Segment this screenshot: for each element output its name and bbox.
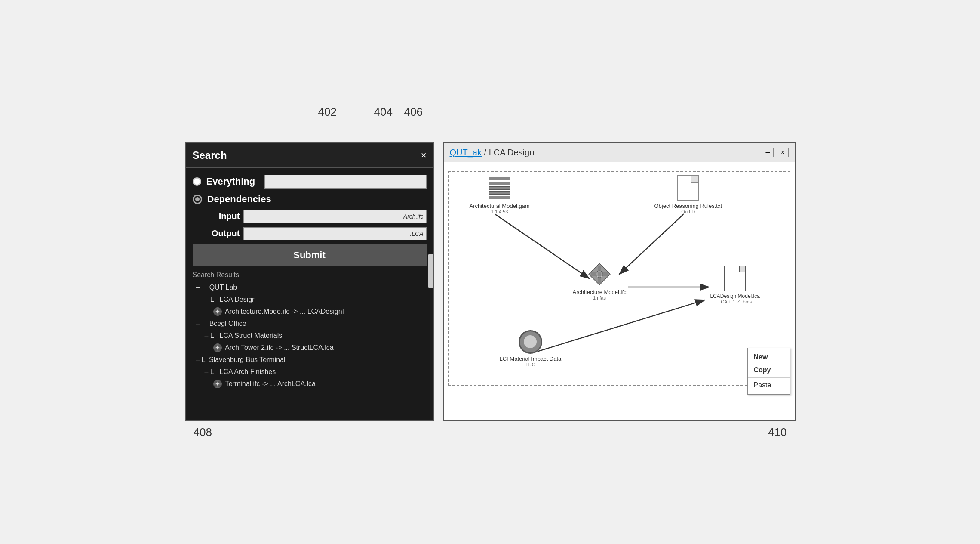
lca-design-model-sublabel: LCA + 1 v1 bms	[718, 299, 752, 304]
context-menu: New Copy Paste	[747, 348, 790, 395]
architecture-ifc-label: Architecture Model.ifc	[573, 289, 627, 295]
search-panel: Search × Everything Dependencies Input A	[185, 142, 434, 421]
svg-rect-7	[591, 272, 608, 276]
list-item: – Bcegl Office	[196, 318, 427, 329]
input-label: Input	[206, 211, 240, 221]
results-list: – QUT Lab – L LCA Design ✦ Architecture.…	[193, 282, 427, 389]
diagram-body: Architectural Model.gam 1.1 4:53 Object …	[444, 162, 795, 420]
context-menu-copy[interactable]: Copy	[748, 364, 790, 377]
dependencies-radio[interactable]	[193, 195, 202, 204]
object-reasoning-label: Object Reasoning Rules.txt	[654, 203, 722, 209]
input-field[interactable]: Arch.ifc	[243, 210, 427, 223]
scrollbar[interactable]	[428, 254, 433, 288]
everything-label: Everything	[206, 176, 255, 187]
dependencies-label: Dependencies	[207, 194, 271, 205]
input-row: Input Arch.ifc	[206, 210, 427, 223]
list-item: – L Slavenburg Bus Terminal	[196, 355, 427, 365]
diagram-panel: QUT_ak / LCA Design ─ ×	[443, 142, 796, 421]
search-title: Search	[193, 149, 227, 161]
ref-404: 404	[374, 105, 393, 119]
result-icon: ✦	[213, 343, 222, 352]
ref-402: 402	[318, 105, 337, 119]
output-label: Output	[206, 229, 240, 238]
object-reasoning-icon	[677, 175, 699, 201]
lca-design-model-icon	[724, 266, 746, 291]
architecture-ifc-node[interactable]: Architecture Model.ifc 1 nfas	[573, 261, 627, 300]
arch-model-gam-sublabel: 1.1 4:53	[491, 209, 508, 214]
arch-model-gam-label: Architectural Model.gam	[470, 203, 530, 209]
search-header: Search ×	[186, 143, 433, 168]
context-menu-new[interactable]: New	[748, 351, 790, 364]
diagram-title-link[interactable]: QUT_ak	[450, 148, 482, 157]
arch-model-gam-node[interactable]: Architectural Model.gam 1.1 4:53	[470, 175, 530, 214]
dependencies-row: Dependencies	[193, 194, 427, 205]
list-item: – L LCA Design	[196, 294, 427, 305]
lci-material-sublabel: TRC	[525, 362, 535, 367]
submit-button[interactable]: Submit	[193, 244, 427, 266]
list-item: ✦ Architecture.Mode.ifc -> ... LCADesign…	[196, 306, 427, 317]
everything-radio[interactable]	[193, 177, 201, 186]
close-button[interactable]: ×	[421, 150, 427, 161]
ref-408: 408	[194, 426, 212, 439]
diagram-controls: ─ ×	[762, 148, 788, 157]
minimize-button[interactable]: ─	[762, 148, 774, 157]
lci-material-label: LCI Material Impact Data	[500, 355, 562, 362]
close-diagram-button[interactable]: ×	[777, 148, 788, 157]
search-body: Everything Dependencies Input Arch.ifc O…	[186, 168, 433, 398]
lca-design-model-node[interactable]: LCADesign Model.lca LCA + 1 v1 bms	[710, 266, 760, 304]
search-results-label: Search Results:	[193, 271, 427, 279]
result-icon: ✦	[213, 380, 222, 388]
arch-model-gam-icon	[489, 175, 510, 201]
context-menu-paste[interactable]: Paste	[748, 379, 790, 392]
object-reasoning-node[interactable]: Object Reasoning Rules.txt Qu LD	[654, 175, 722, 214]
deps-section: Input Arch.ifc Output .LCA	[206, 210, 427, 240]
architecture-ifc-sublabel: 1 nfas	[593, 295, 606, 300]
object-reasoning-sublabel: Qu LD	[681, 209, 695, 214]
list-item: – L LCA Struct Materials	[196, 331, 427, 341]
result-icon: ✦	[213, 307, 222, 316]
everything-search-input[interactable]	[264, 175, 426, 189]
lci-material-icon	[519, 330, 542, 354]
output-field[interactable]: .LCA	[243, 227, 427, 240]
list-item: – QUT Lab	[196, 282, 427, 293]
lca-design-model-label: LCADesign Model.lca	[710, 293, 760, 299]
ref-410: 410	[768, 426, 786, 439]
lci-material-node[interactable]: LCI Material Impact Data TRC	[500, 330, 562, 367]
list-item: ✦ Terminal.ifc -> ... ArchLCA.lca	[196, 379, 427, 389]
diagram-header: QUT_ak / LCA Design ─ ×	[444, 143, 795, 162]
everything-row: Everything	[193, 175, 427, 189]
list-item: ✦ Arch Tower 2.ifc -> ... StructLCA.lca	[196, 343, 427, 353]
ref-406: 406	[404, 105, 423, 119]
context-menu-divider	[748, 377, 790, 378]
architecture-ifc-icon	[587, 261, 612, 287]
diagram-title: QUT_ak / LCA Design	[450, 148, 535, 158]
list-item: – L LCA Arch Finishes	[196, 367, 427, 377]
output-row: Output .LCA	[206, 227, 427, 240]
